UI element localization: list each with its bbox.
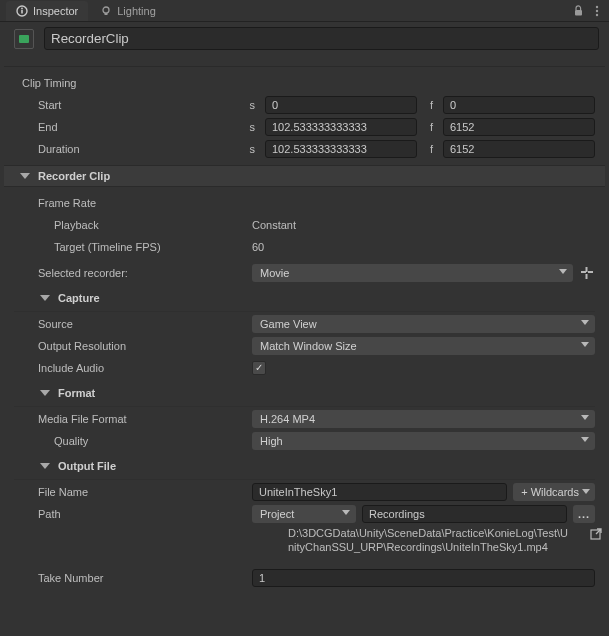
end-frames-input[interactable]: [443, 118, 595, 136]
foldout-icon: [40, 463, 50, 469]
format-header[interactable]: Format: [4, 384, 605, 402]
take-number-label: Take Number: [4, 572, 252, 584]
svg-point-7: [596, 9, 598, 11]
svg-point-6: [596, 5, 598, 7]
source-value: Game View: [260, 318, 317, 330]
frame-rate-title: Frame Rate: [4, 197, 252, 209]
capture-header[interactable]: Capture: [4, 289, 605, 307]
tab-lighting-label: Lighting: [117, 5, 156, 17]
chevron-down-icon: [581, 320, 589, 325]
media-format-value: H.264 MP4: [260, 413, 315, 425]
svg-rect-10: [588, 271, 593, 273]
include-audio-checkbox[interactable]: ✓: [252, 361, 266, 375]
playback-label: Playback: [4, 219, 252, 231]
source-dropdown[interactable]: Game View: [252, 315, 595, 333]
wildcards-label: + Wildcards: [521, 486, 579, 498]
path-label: Path: [4, 508, 252, 520]
resolution-dropdown[interactable]: Match Window Size: [252, 337, 595, 355]
recorder-clip-title: Recorder Clip: [32, 170, 110, 182]
foldout-icon: [20, 173, 30, 179]
chevron-down-icon: [582, 489, 590, 494]
media-format-dropdown[interactable]: H.264 MP4: [252, 410, 595, 428]
lock-icon[interactable]: [571, 4, 585, 18]
chevron-down-icon: [581, 437, 589, 442]
start-frames-input[interactable]: [443, 96, 595, 114]
end-seconds-input[interactable]: [265, 118, 417, 136]
path-leaf-input[interactable]: [362, 505, 567, 523]
start-label: Start: [4, 99, 245, 111]
browse-label: ...: [578, 508, 590, 520]
path-root-dropdown[interactable]: Project: [252, 505, 356, 523]
format-title: Format: [56, 387, 95, 399]
selected-recorder-label: Selected recorder:: [4, 267, 252, 279]
svg-rect-5: [575, 10, 582, 16]
unit-frames: f: [423, 143, 433, 155]
chevron-down-icon: [559, 269, 567, 274]
tab-lighting[interactable]: Lighting: [90, 1, 166, 21]
unit-frames: f: [423, 99, 433, 111]
svg-rect-2: [21, 10, 23, 14]
svg-rect-11: [586, 267, 588, 272]
capture-title: Capture: [56, 292, 100, 304]
chevron-down-icon: [581, 342, 589, 347]
chevron-down-icon: [581, 415, 589, 420]
selected-recorder-value: Movie: [260, 267, 289, 279]
foldout-icon: [40, 390, 50, 396]
unit-seconds: s: [245, 99, 255, 111]
source-label: Source: [4, 318, 252, 330]
playback-value: Constant: [252, 219, 296, 231]
svg-point-8: [596, 13, 598, 15]
asset-name-input[interactable]: [44, 27, 599, 50]
chevron-down-icon: [342, 510, 350, 515]
target-fps-label: Target (Timeline FPS): [4, 241, 252, 253]
svg-point-1: [21, 7, 23, 9]
quality-label: Quality: [4, 435, 252, 447]
clip-icon: [14, 29, 34, 49]
recorder-clip-header[interactable]: Recorder Clip: [4, 165, 605, 187]
unit-seconds: s: [245, 143, 255, 155]
duration-frames-input[interactable]: [443, 140, 595, 158]
full-path-text: D:\3DCGData\Unity\SceneData\Practice\Kon…: [260, 526, 581, 554]
target-fps-value: 60: [252, 241, 264, 253]
asset-header: [0, 22, 609, 56]
take-number-input[interactable]: [252, 569, 595, 587]
menu-icon[interactable]: [590, 4, 604, 18]
preset-button[interactable]: [579, 265, 595, 281]
resolution-label: Output Resolution: [4, 340, 252, 352]
duration-seconds-input[interactable]: [265, 140, 417, 158]
unit-frames: f: [423, 121, 433, 133]
unit-seconds: s: [245, 121, 255, 133]
checkmark-icon: ✓: [255, 363, 263, 373]
resolution-value: Match Window Size: [260, 340, 357, 352]
open-folder-button[interactable]: [587, 527, 605, 541]
tab-inspector[interactable]: Inspector: [6, 1, 88, 21]
lightbulb-icon: [100, 5, 112, 17]
info-icon: [16, 5, 28, 17]
output-file-title: Output File: [56, 460, 116, 472]
path-root-value: Project: [260, 508, 294, 520]
tab-inspector-label: Inspector: [33, 5, 78, 17]
svg-rect-9: [581, 271, 586, 273]
end-label: End: [4, 121, 245, 133]
output-file-header[interactable]: Output File: [4, 457, 605, 475]
include-audio-label: Include Audio: [4, 362, 252, 374]
svg-rect-12: [586, 274, 588, 279]
panel-tabs: Inspector Lighting: [0, 0, 609, 22]
quality-value: High: [260, 435, 283, 447]
preset-icon: [580, 266, 594, 280]
browse-button[interactable]: ...: [573, 505, 595, 523]
filename-label: File Name: [4, 486, 252, 498]
duration-label: Duration: [4, 143, 245, 155]
svg-point-3: [103, 7, 109, 13]
media-format-label: Media File Format: [4, 413, 252, 425]
clip-timing-title: Clip Timing: [4, 75, 605, 95]
filename-input[interactable]: [252, 483, 507, 501]
wildcards-button[interactable]: + Wildcards: [513, 483, 595, 501]
selected-recorder-dropdown[interactable]: Movie: [252, 264, 573, 282]
quality-dropdown[interactable]: High: [252, 432, 595, 450]
open-external-icon: [589, 527, 603, 541]
foldout-icon: [40, 295, 50, 301]
svg-rect-4: [105, 13, 108, 15]
start-seconds-input[interactable]: [265, 96, 417, 114]
